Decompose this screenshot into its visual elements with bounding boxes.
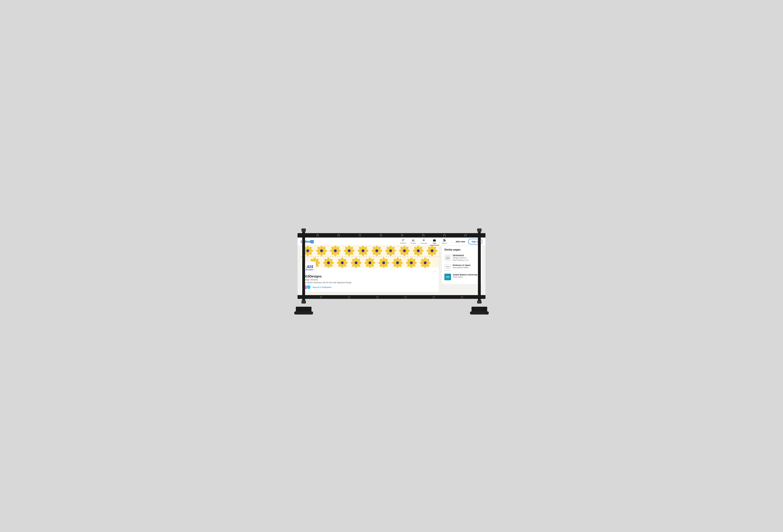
svg-point-46 [362,250,365,252]
design415-logo: D415 [444,254,451,261]
similar-pages-card: Similar pages D415 [442,246,482,284]
left-base-foot [294,311,313,314]
games-icon [443,239,446,242]
flower-pattern-svg [301,246,439,268]
svg-point-19 [320,250,323,252]
company-name-row: .415Designs Design Services In a World o… [303,268,436,284]
svg-point-172 [424,262,427,264]
employees-row: View all 2 employees [303,285,436,289]
left-base [296,307,311,311]
logo-content: .415 Designs [306,265,314,270]
sidebar: Similar pages D415 [442,246,482,292]
svg-point-82 [417,250,420,252]
hook-7 [443,234,445,237]
svg-text:of Japan: of Japan [446,268,449,268]
nav-item-jobs[interactable]: Jobs [430,238,439,245]
bottom-hook-6 [461,296,463,299]
flower-2 [316,246,327,256]
design415-type: Design Services [453,257,480,259]
left-pole [302,230,305,302]
nav-items: Articles People Learning [399,238,482,245]
unu-logo-content: UNU [444,274,451,280]
top-bar [297,233,486,237]
bottom-bar [297,295,486,299]
right-pole-bottom-cap [477,300,481,304]
scene: Linkedin Articles [297,233,486,299]
nav-item-articles[interactable]: Articles [399,238,408,245]
company-logo: .415 Designs [303,262,316,274]
employee-avatar-2 [307,285,311,289]
svg-point-109 [327,262,330,264]
right-pole-top-cap [477,228,481,232]
japan-logo: Embassy of Japan [444,264,451,271]
articles-icon [402,239,405,242]
banner-stand: Linkedin Articles [297,233,486,299]
svg-point-64 [389,250,392,252]
similar-page-item-unu[interactable]: UNU United Nations University Think Tank… [444,272,480,281]
design415-logo-img: D415 [444,255,451,261]
bottom-hook-3 [376,296,378,299]
hook-2 [338,234,340,237]
japan-name: Embassy of Japan [453,264,480,266]
svg-rect-179 [445,265,450,270]
more-options-button[interactable]: ··· [433,269,436,274]
svg-point-136 [369,262,371,264]
svg-point-127 [355,262,357,264]
svg-text:Embassy: Embassy [446,266,450,267]
page-content: .415 Designs ··· .415Designs Design Serv… [297,246,486,295]
design415-location: San Francisco, CA [453,259,480,261]
left-pole-bottom-cap [302,300,306,304]
view-employees-link[interactable]: View all 2 employees [312,286,332,288]
hook-4 [380,234,382,237]
main-section: .415 Designs ··· .415Designs Design Serv… [301,246,439,292]
design415-info: DESIGN415 Design Services San Francisco,… [453,254,480,261]
svg-point-154 [396,262,399,264]
svg-point-91 [431,250,434,252]
bottom-hook-1 [320,296,322,299]
right-pole [478,230,481,302]
company-info: .415 Designs ··· .415Designs Design Serv… [301,268,439,292]
hook-8 [465,234,467,237]
jobs-icon [433,239,436,242]
learning-icon [422,239,425,242]
hook-5 [401,234,403,237]
svg-text:D415: D415 [446,257,449,259]
join-now-button[interactable]: Join now [453,239,468,244]
design415-logo-svg: D415 [445,255,451,261]
svg-point-37 [348,250,351,252]
unu-type: Think Tanks [453,276,480,278]
bottom-hook-5 [433,296,435,299]
japan-info: Embassy of Japan International Affairs [453,264,480,269]
company-banner [301,246,439,268]
unu-logo: UNU [444,273,451,280]
company-card: .415 Designs ··· .415Designs Design Serv… [301,246,439,292]
logo-number: .415 [306,265,314,269]
left-pole-top-cap [302,228,306,232]
company-name: .415Designs [303,275,436,278]
similar-pages-title: Similar pages [444,248,480,251]
right-base-foot [470,311,489,314]
svg-point-55 [375,250,378,252]
nav-item-games[interactable]: Games [440,238,449,245]
similar-page-item-japan[interactable]: Embassy of Japan Embassy of Japan Intern… [444,263,480,272]
svg-point-118 [341,262,344,264]
avatar-image-2 [307,285,311,289]
people-icon [412,239,415,242]
linkedin-nav: Linkedin Articles [297,237,486,246]
unu-info: United Nations University Think Tanks [453,273,480,278]
svg-point-163 [410,262,413,264]
similar-page-item-design415[interactable]: D415 DESIGN415 Design Services San Franc… [444,253,480,263]
svg-point-28 [334,250,337,252]
unu-name: United Nations University [453,273,480,276]
nav-item-people[interactable]: People [409,238,418,245]
nav-item-learning[interactable]: Learning [418,238,429,245]
company-industry: Design Services [303,278,436,281]
bottom-hook-2 [348,296,350,299]
japan-type: International Affairs [453,266,480,269]
japan-logo-content: Embassy of Japan [444,264,451,271]
svg-point-73 [403,250,406,252]
company-tagline: In a World of Business, Be the One with … [303,281,436,284]
svg-point-145 [382,262,385,264]
logo-subtitle: Designs [306,269,314,270]
hook-3 [359,234,361,237]
